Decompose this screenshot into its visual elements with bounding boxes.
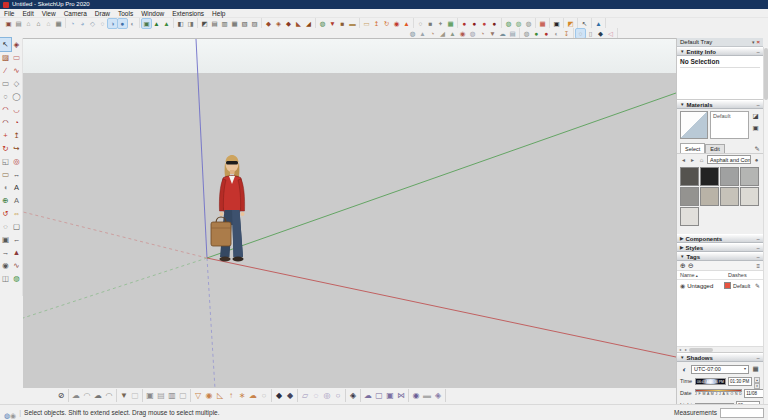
timezone-dropdown[interactable]: UTC-07:00 ▾ bbox=[691, 365, 749, 374]
half-sphere-icon[interactable]: ◐ bbox=[552, 29, 561, 38]
red-ball-icon[interactable]: ● bbox=[542, 29, 551, 38]
terrain-5-icon[interactable]: ◢ bbox=[304, 19, 313, 28]
entity-info-header[interactable]: ▼ Entity Info − bbox=[677, 47, 763, 56]
menu-edit[interactable]: Edit bbox=[18, 9, 37, 17]
save-icon[interactable]: ▤ bbox=[508, 29, 517, 38]
shadows-header[interactable]: ▼ Shadows − bbox=[677, 353, 763, 362]
view-top-icon[interactable]: ▤ bbox=[210, 19, 219, 28]
purple-box-1-icon[interactable]: ▢ bbox=[374, 390, 384, 401]
rotate-tool[interactable]: ↻ bbox=[0, 142, 11, 155]
frame-3-icon[interactable]: ◎ bbox=[322, 390, 332, 401]
weather-4-icon[interactable]: ◢ bbox=[438, 29, 447, 38]
zoom-window-tool[interactable]: ▣ bbox=[0, 233, 11, 246]
details-button[interactable]: ● bbox=[753, 157, 760, 163]
folder-icon[interactable]: ▭ bbox=[362, 19, 371, 28]
eraser-tool[interactable]: ▭ bbox=[11, 51, 22, 64]
green-ball-icon[interactable]: ● bbox=[532, 29, 541, 38]
tree-component-1-icon[interactable]: ▲ bbox=[152, 19, 161, 28]
tape-measure-tool[interactable]: ▭ bbox=[0, 168, 11, 181]
camera-icon[interactable]: ▣ bbox=[552, 19, 561, 28]
weather-2-icon[interactable]: ▲ bbox=[418, 29, 427, 38]
show-shadows-toggle[interactable]: ◐ bbox=[680, 366, 689, 373]
download-icon[interactable]: ↧ bbox=[562, 29, 571, 38]
no-sign-icon[interactable]: ⊘ bbox=[56, 390, 66, 401]
menu-window[interactable]: Window bbox=[137, 9, 168, 17]
shade-tool-2-icon[interactable]: ◨ bbox=[186, 19, 195, 28]
pink-wireframe-icon[interactable]: ◁ bbox=[606, 29, 615, 38]
components-header[interactable]: ▶ Components − bbox=[677, 234, 763, 243]
collapse-icon[interactable]: − bbox=[756, 254, 760, 260]
remove-tag-button[interactable]: ⊖ bbox=[688, 262, 694, 270]
weather-1-icon[interactable]: ◍ bbox=[408, 29, 417, 38]
battery-icon[interactable]: ▯ bbox=[586, 29, 595, 38]
view-left-icon[interactable]: ▨ bbox=[250, 19, 259, 28]
weather-9-icon[interactable]: ▼ bbox=[488, 29, 497, 38]
small-globe-icon[interactable]: ◍ bbox=[522, 29, 531, 38]
frame-1-icon[interactable]: ▱ bbox=[300, 390, 310, 401]
purple-cloud-icon[interactable]: ☁ bbox=[363, 390, 373, 401]
arc-tool[interactable]: ◠ bbox=[0, 103, 11, 116]
view-right-icon[interactable]: ▦ bbox=[230, 19, 239, 28]
measurements-input[interactable] bbox=[720, 408, 764, 418]
red-ball-2-icon[interactable]: ● bbox=[470, 19, 479, 28]
geo-globe-2-icon[interactable]: ◍ bbox=[514, 19, 523, 28]
in-model-icon[interactable]: ▣ bbox=[142, 19, 151, 28]
material-swatch-8[interactable] bbox=[740, 187, 759, 206]
tag-color-swatch[interactable] bbox=[724, 282, 731, 289]
terrain-2-icon[interactable]: ◈ bbox=[274, 19, 283, 28]
circle-tool[interactable]: ○ bbox=[0, 90, 11, 103]
funnel-icon[interactable]: ▽ bbox=[193, 390, 203, 401]
menu-draw[interactable]: Draw bbox=[91, 9, 114, 17]
collapse-icon[interactable]: − bbox=[756, 236, 760, 242]
dark-bird-icon[interactable]: ◆ bbox=[596, 29, 605, 38]
add-location-tool[interactable]: ◍ bbox=[11, 272, 22, 285]
dark-gem-1-icon[interactable]: ◆ bbox=[274, 390, 284, 401]
scale-tool[interactable]: ◱ bbox=[0, 155, 11, 168]
view-iso-icon[interactable]: ◩ bbox=[200, 19, 209, 28]
shaded-with-textures-icon[interactable]: ● bbox=[118, 19, 127, 28]
walk-tool[interactable]: ∿ bbox=[11, 259, 22, 272]
tag-row[interactable]: ◉UntaggedDefault✎ bbox=[677, 280, 763, 291]
weather-7-icon[interactable]: ◍ bbox=[468, 29, 477, 38]
collapse-icon[interactable]: − bbox=[756, 102, 760, 108]
text-tool[interactable]: A bbox=[11, 181, 22, 194]
red-ball-1-icon[interactable]: ● bbox=[460, 19, 469, 28]
material-swatch-1[interactable] bbox=[680, 167, 699, 186]
purple-layer-icon[interactable]: ◈ bbox=[433, 390, 443, 401]
protractor-tool[interactable]: ◖ bbox=[0, 181, 11, 194]
material-swatch-7[interactable] bbox=[720, 187, 739, 206]
collapse-icon[interactable]: − bbox=[756, 355, 760, 361]
rectangle-tool[interactable]: ▭ bbox=[0, 77, 11, 90]
wireframe-icon[interactable]: ◇ bbox=[88, 19, 97, 28]
time-slider[interactable]: 06:43 AM 04:36 PM bbox=[695, 378, 726, 385]
two-point-arc-tool[interactable]: ◡ bbox=[11, 103, 22, 116]
create-material-button[interactable]: ◪ bbox=[751, 111, 760, 120]
visibility-eye-icon[interactable]: ◉ bbox=[680, 282, 685, 289]
material-swatch-9[interactable] bbox=[680, 207, 699, 226]
pan-tool[interactable]: ⇔ bbox=[11, 207, 22, 220]
purple-eye-icon[interactable]: ◉ bbox=[411, 390, 421, 401]
scrollbar-thumb[interactable] bbox=[689, 348, 713, 352]
dice-icon[interactable]: ▦ bbox=[446, 19, 455, 28]
tags-horizontal-scrollbar[interactable]: ◂ ▸ bbox=[677, 346, 763, 352]
arc-a-icon[interactable]: ◠ bbox=[82, 390, 92, 401]
menu-tools[interactable]: Tools bbox=[114, 9, 137, 17]
material-collection-dropdown[interactable]: Asphalt and Concrete ▾ bbox=[707, 155, 751, 164]
purple-box-2-icon[interactable]: ▣ bbox=[385, 390, 395, 401]
people-icon[interactable]: ◉ bbox=[392, 19, 401, 28]
pie-tool[interactable]: ◔ bbox=[11, 116, 22, 129]
move-tool[interactable]: + bbox=[0, 129, 11, 142]
frame-4-icon[interactable]: ○ bbox=[333, 390, 343, 401]
back-edges-icon[interactable]: ◕ bbox=[78, 19, 87, 28]
disabled-dash-icon[interactable]: ▬ bbox=[422, 390, 432, 401]
date-value-field[interactable]: 11/08 bbox=[744, 389, 763, 398]
hand-dark-icon[interactable]: ◈ bbox=[348, 390, 358, 401]
cloud-o-icon[interactable]: ☁ bbox=[248, 390, 258, 401]
material-swatch-2[interactable] bbox=[700, 167, 719, 186]
home-outline-icon[interactable]: ⌂ bbox=[44, 19, 53, 28]
three-point-arc-tool[interactable]: ◠ bbox=[0, 116, 11, 129]
tray-pin-icon[interactable]: ▾ bbox=[752, 39, 755, 45]
monochrome-icon[interactable]: ◐ bbox=[128, 19, 137, 28]
view-back-icon[interactable]: ▧ bbox=[240, 19, 249, 28]
weather-8-icon[interactable]: ◔ bbox=[478, 29, 487, 38]
